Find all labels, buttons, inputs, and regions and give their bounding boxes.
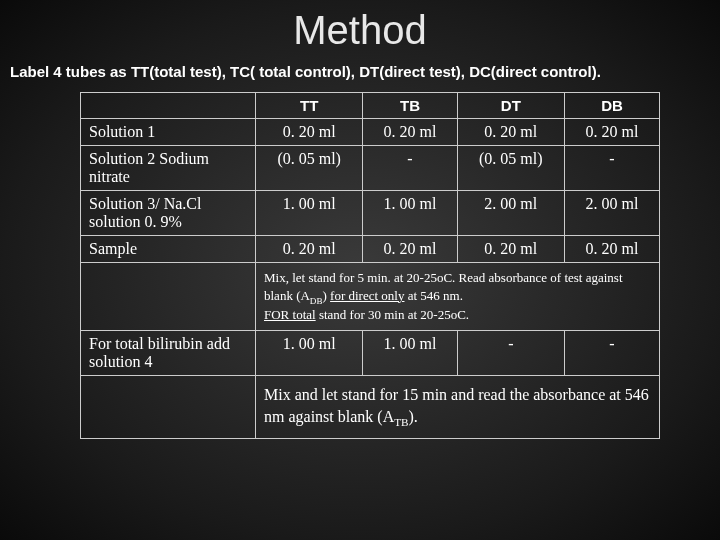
note-blank xyxy=(81,375,256,438)
cell: - xyxy=(363,146,457,191)
cell: (0. 05 ml) xyxy=(256,146,363,191)
table-row: Solution 1 0. 20 ml 0. 20 ml 0. 20 ml 0.… xyxy=(81,119,660,146)
row-label: Sample xyxy=(81,236,256,263)
header-tt: TT xyxy=(256,93,363,119)
header-tb: TB xyxy=(363,93,457,119)
cell: 0. 20 ml xyxy=(457,236,564,263)
note-fragment: ). xyxy=(409,408,418,425)
cell: 0. 20 ml xyxy=(457,119,564,146)
note-underline: for direct only xyxy=(330,288,404,303)
cell: - xyxy=(564,146,659,191)
cell: 1. 00 ml xyxy=(363,330,457,375)
cell: 0. 20 ml xyxy=(564,119,659,146)
cell: - xyxy=(564,330,659,375)
row-label: Solution 2 Sodium nitrate xyxy=(81,146,256,191)
cell: 0. 20 ml xyxy=(363,236,457,263)
note-underline: FOR total xyxy=(264,307,316,322)
method-table: TT TB DT DB Solution 1 0. 20 ml 0. 20 ml… xyxy=(80,92,660,439)
header-dt: DT xyxy=(457,93,564,119)
table-row: Sample 0. 20 ml 0. 20 ml 0. 20 ml 0. 20 … xyxy=(81,236,660,263)
page-title: Method xyxy=(0,0,720,53)
cell: (0. 05 ml) xyxy=(457,146,564,191)
note-row: Mix, let stand for 5 min. at 20-25oC. Re… xyxy=(81,263,660,331)
header-blank xyxy=(81,93,256,119)
row-label: For total bilirubin add solution 4 xyxy=(81,330,256,375)
cell: 0. 20 ml xyxy=(256,119,363,146)
note-text-2: Mix and let stand for 15 min and read th… xyxy=(256,375,660,438)
note-fragment: ) xyxy=(323,288,331,303)
table-header-row: TT TB DT DB xyxy=(81,93,660,119)
cell: - xyxy=(457,330,564,375)
cell: 1. 00 ml xyxy=(256,330,363,375)
note-fragment: Mix and let stand for 15 min and read th… xyxy=(264,386,649,425)
note-subscript: TB xyxy=(394,416,408,428)
row-label: Solution 1 xyxy=(81,119,256,146)
header-db: DB xyxy=(564,93,659,119)
cell: 0. 20 ml xyxy=(363,119,457,146)
note-row: Mix and let stand for 15 min and read th… xyxy=(81,375,660,438)
cell: 2. 00 ml xyxy=(564,191,659,236)
table-row: Solution 2 Sodium nitrate (0. 05 ml) - (… xyxy=(81,146,660,191)
cell: 1. 00 ml xyxy=(363,191,457,236)
cell: 2. 00 ml xyxy=(457,191,564,236)
note-subscript: DB xyxy=(310,295,323,305)
cell: 0. 20 ml xyxy=(256,236,363,263)
note-fragment: at 546 nm. xyxy=(404,288,463,303)
table-container: TT TB DT DB Solution 1 0. 20 ml 0. 20 ml… xyxy=(0,92,720,439)
cell: 0. 20 ml xyxy=(564,236,659,263)
note-blank xyxy=(81,263,256,331)
table-row: For total bilirubin add solution 4 1. 00… xyxy=(81,330,660,375)
table-row: Solution 3/ Na.Cl solution 0. 9% 1. 00 m… xyxy=(81,191,660,236)
note-text-1: Mix, let stand for 5 min. at 20-25oC. Re… xyxy=(256,263,660,331)
cell: 1. 00 ml xyxy=(256,191,363,236)
intro-text: Label 4 tubes as TT(total test), TC( tot… xyxy=(0,53,720,92)
row-label: Solution 3/ Na.Cl solution 0. 9% xyxy=(81,191,256,236)
note-fragment: stand for 30 min at 20-25oC. xyxy=(316,307,469,322)
